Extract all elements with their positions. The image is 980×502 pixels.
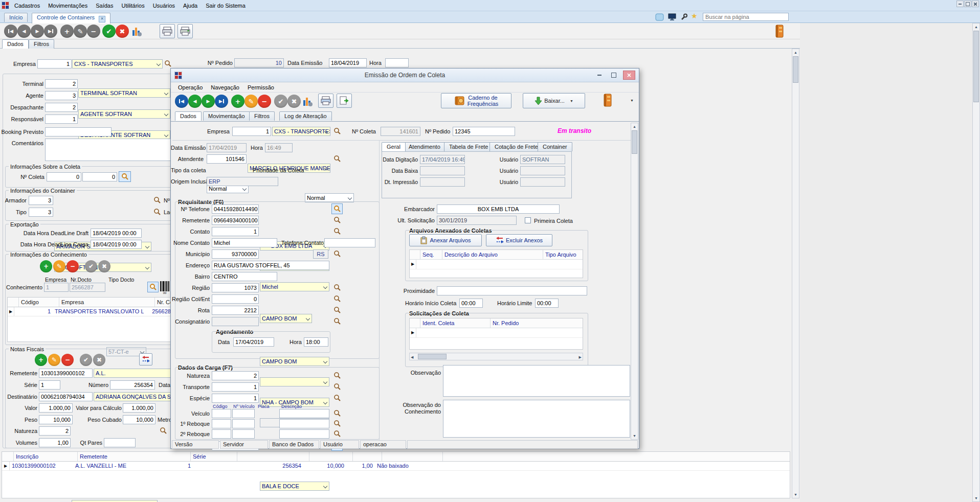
menu-ajuda[interactable]: Ajuda <box>179 1 202 10</box>
carga-transporte-search-icon[interactable] <box>333 383 341 391</box>
empresa-combo[interactable]: CXS - TRANSPORTES <box>72 59 163 69</box>
terminal-code-field[interactable]: 2 <box>45 79 78 88</box>
municipio-combo[interactable]: CAMPO BOM <box>260 314 312 323</box>
table-row[interactable]: ▶ <box>410 260 583 269</box>
menu-sair[interactable]: Sair do Sistema <box>202 1 250 10</box>
conhecimento-grid[interactable]: Código Empresa Nr. Conhecimento ▶ 1 TRAN… <box>7 297 176 342</box>
nome-contato-field[interactable]: Michel <box>212 238 277 247</box>
regcol-search-icon[interactable] <box>333 295 341 303</box>
anexos-grid[interactable]: Seq. Descrição do Arquivo Tipo Arquivo ▶ <box>409 249 583 278</box>
scroll-down-icon[interactable]: ▼ <box>631 432 638 439</box>
dialog-chart-icon[interactable] <box>303 96 313 109</box>
conhecimento-cancel-button[interactable]: ✖ <box>98 260 110 272</box>
excluir-anexos-button[interactable]: Excluir Anexos <box>486 234 552 246</box>
nf-valor-field[interactable]: 1.000,00 <box>39 403 73 413</box>
dialog-menu-navegacao[interactable]: Navegação <box>207 83 243 92</box>
dialog-cancel-button[interactable]: ✖ <box>287 95 301 108</box>
req-remetente-search-icon[interactable] <box>333 216 341 224</box>
cancel-button[interactable]: ✖ <box>116 25 129 38</box>
menu-usuarios[interactable]: Usuários <box>149 1 179 10</box>
content-scrollbar[interactable]: ▲ ▼ <box>792 49 799 498</box>
conhecimento-search-icon[interactable] <box>147 282 159 292</box>
notas-confirm-button[interactable]: ✔ <box>80 354 92 366</box>
nf-remetente-code[interactable]: 10301399000102 <box>39 369 93 378</box>
nf-peso-cubado-field[interactable]: 10,000 <box>123 415 155 424</box>
scroll-down-icon[interactable]: ▼ <box>973 495 979 501</box>
nav-prev-button[interactable]: ◀ <box>17 25 31 38</box>
telefone-field[interactable]: 04415928014490 <box>212 204 259 214</box>
nf-natureza-search-icon[interactable] <box>160 427 167 435</box>
d-atendente-code[interactable]: 101546 <box>207 154 247 164</box>
tab-atendimento[interactable]: Atendimento <box>404 142 446 151</box>
veiculo-codigo-field[interactable] <box>212 409 231 418</box>
nf-peso-field[interactable]: 10,000 <box>39 415 73 424</box>
panel-icon[interactable] <box>655 13 664 23</box>
dialog-tab-log[interactable]: Log de Alteração <box>279 111 332 121</box>
scroll-left-icon[interactable]: ◀ <box>411 354 413 360</box>
binder-icon[interactable] <box>774 25 785 40</box>
notas-transfer-button[interactable] <box>139 353 152 366</box>
observacao-conhecimento-textarea[interactable] <box>443 400 630 438</box>
ncoleta-field-2[interactable]: 0 <box>82 172 117 181</box>
dialog-titlebar[interactable]: Emissão de Ordem de Coleta × <box>171 69 639 82</box>
dialog-minimize-button[interactable] <box>593 71 606 79</box>
primeira-coleta-checkbox[interactable] <box>525 217 531 223</box>
nf-numero-field[interactable]: 256354 <box>110 380 155 390</box>
menu-cadastros[interactable]: Cadastros <box>10 1 44 10</box>
reboque2-codigo-field[interactable] <box>212 429 231 439</box>
armador-search-icon[interactable] <box>153 196 161 204</box>
tab-container[interactable]: Container <box>538 142 572 151</box>
scroll-up-icon[interactable]: ▲ <box>973 24 979 30</box>
bairro-field[interactable]: CENTRO <box>212 272 277 281</box>
municipio-code-field[interactable]: 93700000 <box>212 249 259 259</box>
d-atendente-search-icon[interactable] <box>333 155 341 163</box>
carga-natureza-combo[interactable]: BALA E DOCE <box>260 482 329 491</box>
nav-first-button[interactable]: ◀ <box>4 25 17 38</box>
deadline-draft-field[interactable]: 18/04/2019 00:00 <box>91 229 142 238</box>
regiao-code-field[interactable]: 1073 <box>212 283 259 292</box>
veiculo-nveiculo-field[interactable] <box>232 409 255 418</box>
chart-icon[interactable] <box>132 26 142 39</box>
d-npedido-field[interactable]: 12345 <box>453 127 515 136</box>
despachante-code-field[interactable]: 2 <box>45 103 78 112</box>
tab-cotacao-frete[interactable]: Cotação de Frete <box>489 142 543 151</box>
notas-grid[interactable]: Inscrição Remetente Série ▶ 103013990001… <box>2 451 790 498</box>
nf-serie-field[interactable]: 1 <box>39 380 60 390</box>
page-tab-filtros[interactable]: Filtros <box>29 39 54 49</box>
dialog-edit-button[interactable]: ✎ <box>244 95 258 108</box>
reboque2-descricao-field[interactable] <box>279 429 329 439</box>
anexar-arquivos-button[interactable]: Anexar Arquivos <box>409 234 482 246</box>
req-remetente-field[interactable]: 09664934000100 <box>212 216 259 225</box>
dialog-tab-filtros[interactable]: Filtros <box>249 111 275 121</box>
carga-transporte-code[interactable]: 1 <box>212 382 259 392</box>
notas-delete-button[interactable]: − <box>61 354 74 366</box>
table-row[interactable]: ▶ 1 TRANSPORTES TRANSLOVATO LTDA 2566287 <box>8 307 176 316</box>
find-input[interactable] <box>703 13 789 21</box>
empresa-code-field[interactable]: 1 <box>37 59 72 69</box>
dialog-add-button[interactable]: + <box>231 95 244 108</box>
toolbar-overflow-icon[interactable]: ▼ <box>630 99 634 102</box>
rota-search-icon[interactable] <box>333 306 341 314</box>
wrench-icon[interactable] <box>680 13 688 23</box>
reboque1-descricao-field[interactable] <box>279 419 329 428</box>
conhecimento-edit-button[interactable]: ✎ <box>53 260 65 272</box>
municipio-search-icon[interactable] <box>333 250 341 258</box>
nf-dest-code[interactable]: 00062108794034 <box>39 392 93 401</box>
contato-code-field[interactable]: 1 <box>212 227 259 236</box>
dialog-nav-prev-button[interactable]: ◀ <box>188 95 202 108</box>
tab-tabela-frete[interactable]: Tabela de Frete <box>444 142 493 151</box>
baixar-button[interactable]: Baixar... ▼ <box>523 93 585 108</box>
scroll-up-icon[interactable]: ▲ <box>792 49 799 56</box>
telefone-search-icon[interactable] <box>331 203 343 214</box>
nf-qtpares-field[interactable] <box>104 438 136 447</box>
veiculo-descricao-field[interactable] <box>279 409 329 418</box>
tipo-code-field[interactable]: 3 <box>29 208 53 217</box>
responsavel-code-field[interactable]: 1 <box>45 115 78 124</box>
page-tab-dados[interactable]: Dados <box>2 39 29 49</box>
regcol-code-field[interactable]: 0 <box>212 294 259 304</box>
agend-hora-field[interactable]: 18:00 <box>304 337 328 347</box>
conhecimento-add-button[interactable]: + <box>40 260 52 272</box>
horario-inicio-field[interactable]: 00:00 <box>459 299 483 308</box>
tipo-search-icon[interactable] <box>153 208 161 216</box>
dialog-print-button[interactable] <box>318 94 333 108</box>
